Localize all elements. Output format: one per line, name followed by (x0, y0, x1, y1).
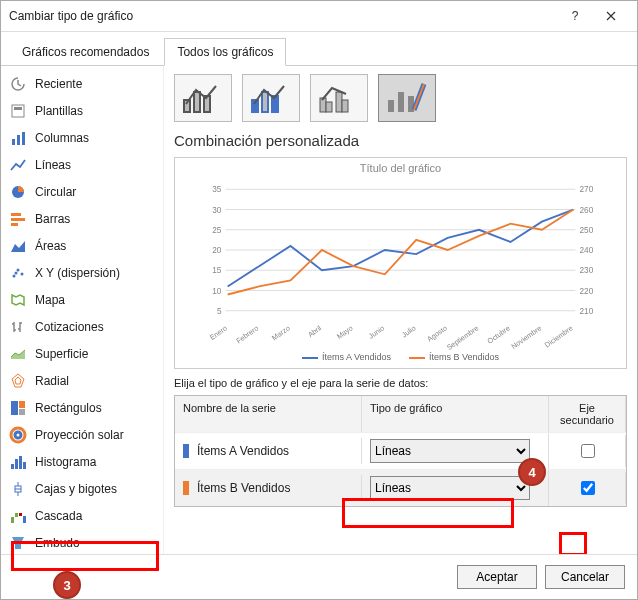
sidebar-item-label: X Y (dispersión) (35, 266, 120, 280)
svg-rect-20 (19, 456, 22, 469)
sidebar-item-surface[interactable]: Superficie (1, 340, 163, 367)
series-name-cell: Ítems A Vendidos (175, 438, 362, 465)
sidebar-item-column[interactable]: Columnas (1, 124, 163, 151)
svg-rect-37 (336, 92, 342, 112)
chart-legend: Ítems A Vendidos Ítems B Vendidos (175, 352, 626, 362)
svg-point-9 (13, 274, 16, 277)
close-button[interactable] (593, 2, 629, 30)
ok-button[interactable]: Aceptar (457, 565, 537, 589)
svg-text:Enero: Enero (208, 323, 229, 341)
chart-title: Título del gráfico (175, 162, 626, 174)
series-row[interactable]: Ítems A VendidosLíneas (175, 432, 626, 469)
svg-text:210: 210 (580, 307, 594, 316)
sidebar-item-scatter[interactable]: X Y (dispersión) (1, 259, 163, 286)
svg-rect-0 (12, 105, 24, 117)
tab-all-charts[interactable]: Todos los gráficos (164, 38, 286, 66)
svg-rect-21 (23, 462, 26, 469)
svg-point-16 (11, 428, 25, 442)
sidebar-item-boxwhisker[interactable]: Cajas y bigotes (1, 475, 163, 502)
map-icon (9, 291, 27, 309)
sidebar-item-label: Superficie (35, 347, 88, 361)
svg-rect-24 (15, 513, 18, 517)
svg-text:15: 15 (212, 266, 222, 275)
tab-recommended[interactable]: Gráficos recomendados (9, 38, 162, 65)
series-instruction: Elija el tipo de gráfico y el eje para l… (174, 377, 627, 389)
sidebar-item-label: Histograma (35, 455, 96, 469)
col-secondary-axis: Eje secundario (549, 396, 626, 432)
svg-point-11 (21, 272, 24, 275)
funnel-icon (9, 534, 27, 552)
titlebar: Cambiar tipo de gráfico ? (1, 1, 637, 32)
subtype-thumb-custom[interactable] (378, 74, 436, 122)
series-type-cell: Líneas (362, 433, 549, 469)
chart-type-dropdown[interactable]: Líneas (370, 476, 530, 500)
sidebar-item-map[interactable]: Mapa (1, 286, 163, 313)
svg-point-17 (15, 432, 21, 438)
sunburst-icon (9, 426, 27, 444)
sidebar-item-label: Proyección solar (35, 428, 124, 442)
col-series-name: Nombre de la serie (175, 396, 362, 432)
svg-text:Junio: Junio (367, 323, 386, 340)
svg-point-10 (17, 268, 20, 271)
subtype-thumb-1[interactable] (174, 74, 232, 122)
template-icon (9, 102, 27, 120)
sidebar-item-line[interactable]: Líneas (1, 151, 163, 178)
sidebar-item-label: Mapa (35, 293, 65, 307)
svg-text:5: 5 (217, 307, 222, 316)
sidebar-item-treemap[interactable]: Rectángulos (1, 394, 163, 421)
subtype-thumbnails (174, 74, 627, 122)
sidebar-item-label: Reciente (35, 77, 82, 91)
sidebar-item-bar[interactable]: Barras (1, 205, 163, 232)
svg-text:35: 35 (212, 185, 222, 194)
subtype-thumb-3[interactable] (310, 74, 368, 122)
boxwhisker-icon (9, 480, 27, 498)
histogram-icon (9, 453, 27, 471)
sidebar-item-stock[interactable]: Cotizaciones (1, 313, 163, 340)
sidebar-item-area[interactable]: Áreas (1, 232, 163, 259)
secondary-axis-checkbox[interactable] (581, 481, 595, 495)
recent-icon (9, 75, 27, 93)
series-row[interactable]: Ítems B VendidosLíneas (175, 469, 626, 506)
svg-rect-19 (15, 459, 18, 469)
series-type-cell: Líneas (362, 470, 549, 506)
chart-preview[interactable]: Título del gráfico 510152025303521022023… (174, 157, 627, 369)
svg-text:Marzo: Marzo (270, 323, 292, 342)
sidebar-item-radar[interactable]: Radial (1, 367, 163, 394)
sidebar-item-recent[interactable]: Reciente (1, 70, 163, 97)
sidebar-item-waterfall[interactable]: Cascada (1, 502, 163, 529)
svg-rect-1 (14, 107, 22, 110)
svg-text:230: 230 (580, 266, 594, 275)
pie-icon (9, 183, 27, 201)
sidebar-item-label: Cascada (35, 509, 82, 523)
svg-text:Noviembre: Noviembre (509, 323, 543, 350)
sidebar-item-pie[interactable]: Circular (1, 178, 163, 205)
svg-text:Julio: Julio (400, 323, 417, 339)
dialog-footer: Aceptar Cancelar (1, 554, 637, 599)
change-chart-type-dialog: Cambiar tipo de gráfico ? Gráficos recom… (0, 0, 638, 600)
svg-rect-25 (19, 513, 22, 516)
sidebar-item-funnel[interactable]: Embudo (1, 529, 163, 554)
sidebar-item-label: Rectángulos (35, 401, 102, 415)
svg-text:Febrero: Febrero (234, 323, 260, 345)
svg-text:30: 30 (212, 206, 222, 215)
subtype-heading: Combinación personalizada (174, 132, 627, 149)
help-button[interactable]: ? (557, 2, 593, 30)
secondary-axis-checkbox[interactable] (581, 444, 595, 458)
annotation-box-5 (559, 532, 587, 554)
subtype-thumb-2[interactable] (242, 74, 300, 122)
cancel-button[interactable]: Cancelar (545, 565, 625, 589)
svg-text:Agosto: Agosto (425, 323, 449, 343)
chart-type-dropdown[interactable]: Líneas (370, 439, 530, 463)
svg-rect-13 (11, 401, 18, 415)
svg-rect-3 (17, 135, 20, 145)
sidebar-item-sunburst[interactable]: Proyección solar (1, 421, 163, 448)
sidebar-item-histogram[interactable]: Histograma (1, 448, 163, 475)
waterfall-icon (9, 507, 27, 525)
dialog-title: Cambiar tipo de gráfico (9, 9, 557, 23)
sidebar-item-template[interactable]: Plantillas (1, 97, 163, 124)
svg-text:Mayo: Mayo (335, 323, 355, 340)
svg-rect-4 (22, 132, 25, 145)
svg-text:20: 20 (212, 246, 222, 255)
main-panel: Combinación personalizada Título del grá… (164, 66, 637, 554)
svg-text:10: 10 (212, 287, 222, 296)
